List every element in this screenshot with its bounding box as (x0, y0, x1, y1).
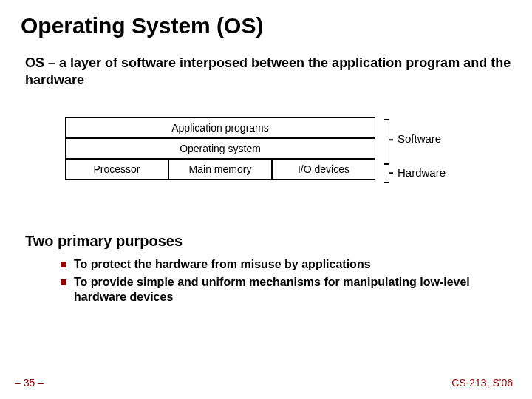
box-processor: Processor (65, 159, 168, 180)
label-software: Software (398, 132, 441, 145)
bracket-hardware (381, 163, 389, 183)
purposes-heading: Two primary purposes (25, 233, 511, 250)
bullet-text: To protect the hardware from misuse by a… (74, 257, 371, 272)
box-main-memory: Main memory (168, 159, 272, 180)
box-operating-system: Operating system (65, 138, 375, 159)
square-bullet-icon (61, 279, 66, 285)
label-hardware: Hardware (398, 166, 446, 179)
list-item: To provide simple and uniform mechanisms… (61, 275, 511, 304)
purposes-list: To protect the hardware from misuse by a… (61, 257, 511, 304)
bullet-text: To provide simple and uniform mechanisms… (74, 275, 511, 304)
slide-number: – 35 – (15, 377, 44, 389)
os-definition: OS – a layer of software interposed betw… (21, 55, 511, 88)
box-io-devices: I/O devices (272, 159, 375, 180)
bracket-software (381, 119, 389, 160)
layer-diagram: Application programs Operating system Pr… (65, 117, 494, 199)
box-application-programs: Application programs (65, 117, 375, 138)
square-bullet-icon (61, 262, 66, 267)
course-code: CS-213, S'06 (451, 377, 513, 389)
list-item: To protect the hardware from misuse by a… (61, 257, 511, 272)
slide-title: Operating System (OS) (21, 13, 511, 38)
